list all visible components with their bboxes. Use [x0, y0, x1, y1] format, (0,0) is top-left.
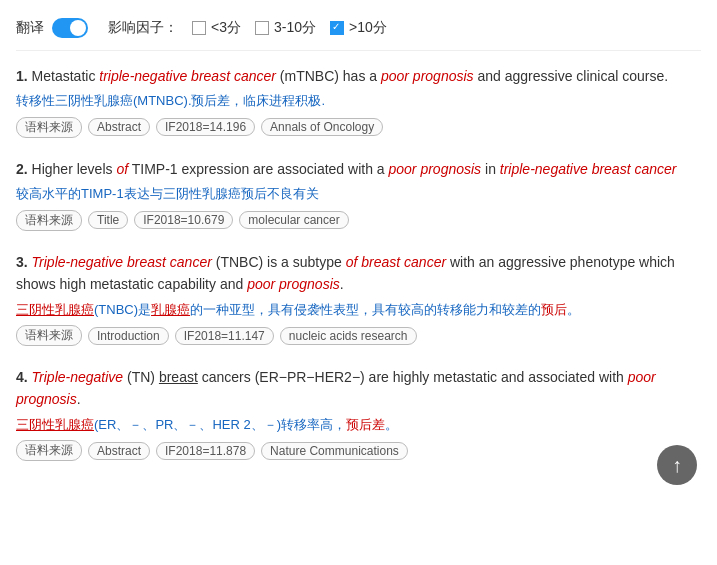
result-translation-1: 转移性三阴性乳腺癌(MTNBC).预后差，临床进程积极. — [16, 91, 701, 111]
result-tags-2: 语料来源 Title IF2018=10.679 molecular cance… — [16, 210, 701, 231]
keyword-1: triple-negative breast cancer — [99, 68, 276, 84]
result-translation-2: 较高水平的TIMP-1表达与三阴性乳腺癌预后不良有关 — [16, 184, 701, 204]
checkbox-gt10[interactable] — [330, 21, 344, 35]
tag-if-2: IF2018=10.679 — [134, 211, 233, 229]
result-number-4: 4. — [16, 369, 28, 385]
scroll-top-button[interactable]: ↑ — [657, 445, 697, 485]
result-tags-1: 语料来源 Abstract IF2018=14.196 Annals of On… — [16, 117, 701, 138]
translate-toggle[interactable] — [52, 18, 88, 38]
tag-source-4: 语料来源 — [16, 440, 82, 461]
keyword-4: poor prognosis — [389, 161, 482, 177]
keyword-3: of — [116, 161, 128, 177]
tag-journal-3: nucleic acids research — [280, 327, 417, 345]
keyword-9: Triple-negative — [32, 369, 124, 385]
tag-journal-2: molecular cancer — [239, 211, 348, 229]
filter-section: 影响因子： <3分 3-10分 >10分 — [108, 19, 387, 37]
tag-abstract-4: Abstract — [88, 442, 150, 460]
tag-source-3: 语料来源 — [16, 325, 82, 346]
result-item-2: 2. Higher levels of TIMP-1 expression ar… — [16, 158, 701, 231]
tag-journal-1: Annals of Oncology — [261, 118, 383, 136]
checkbox-lt3[interactable] — [192, 21, 206, 35]
checkbox-3to10[interactable] — [255, 21, 269, 35]
filter-3to10[interactable]: 3-10分 — [255, 19, 316, 37]
tag-source-2: 语料来源 — [16, 210, 82, 231]
keyword-7: of breast cancer — [346, 254, 446, 270]
filter-lt3[interactable]: <3分 — [192, 19, 241, 37]
tag-journal-4: Nature Communications — [261, 442, 408, 460]
result-item-1: 1. Metastatic triple-negative breast can… — [16, 65, 701, 138]
keyword-6: Triple-negative breast cancer — [32, 254, 212, 270]
zh-text-4: (ER、－、PR、－、HER 2、－)转移率高， — [94, 417, 346, 432]
keyword-10: breast — [159, 369, 198, 385]
filter-gt10[interactable]: >10分 — [330, 19, 387, 37]
tag-if-4: IF2018=11.878 — [156, 442, 255, 460]
top-bar: 翻译 影响因子： <3分 3-10分 >10分 — [16, 10, 701, 51]
zh-keyword-3: 预后 — [541, 302, 567, 317]
result-tags-4: 语料来源 Abstract IF2018=11.878 Nature Commu… — [16, 440, 701, 461]
translate-section: 翻译 — [16, 18, 88, 38]
zh-text-1: (TNBC)是 — [94, 302, 151, 317]
result-number-2: 2. — [16, 161, 28, 177]
zh-text-2: 的一种亚型，具有侵袭性表型，具有较高的转移能力和较差的 — [190, 302, 541, 317]
keyword-5: triple-negative breast cancer — [500, 161, 677, 177]
tag-source-1: 语料来源 — [16, 117, 82, 138]
filter-lt3-label: <3分 — [211, 19, 241, 37]
filter-3to10-label: 3-10分 — [274, 19, 316, 37]
result-translation-4: 三阴性乳腺癌(ER、－、PR、－、HER 2、－)转移率高，预后差。 — [16, 415, 701, 435]
keyword-8: poor prognosis — [247, 276, 340, 292]
tag-if-3: IF2018=11.147 — [175, 327, 274, 345]
tag-if-1: IF2018=14.196 — [156, 118, 255, 136]
translate-label: 翻译 — [16, 19, 44, 37]
result-text-2: 2. Higher levels of TIMP-1 expression ar… — [16, 158, 701, 180]
zh-text-3: 。 — [567, 302, 580, 317]
tag-title-2: Title — [88, 211, 128, 229]
filter-label: 影响因子： — [108, 19, 178, 37]
zh-keyword-1: 三阴性乳腺癌 — [16, 302, 94, 317]
result-text-1: 1. Metastatic triple-negative breast can… — [16, 65, 701, 87]
scroll-top-icon: ↑ — [672, 454, 682, 477]
zh-keyword-2: 乳腺癌 — [151, 302, 190, 317]
result-number-3: 3. — [16, 254, 28, 270]
result-tags-3: 语料来源 Introduction IF2018=11.147 nucleic … — [16, 325, 701, 346]
results-list: 1. Metastatic triple-negative breast can… — [16, 65, 701, 461]
result-number-1: 1. — [16, 68, 28, 84]
keyword-2: poor prognosis — [381, 68, 474, 84]
result-text-3: 3. Triple-negative breast cancer (TNBC) … — [16, 251, 701, 296]
result-item-4: 4. Triple-negative (TN) breast cancers (… — [16, 366, 701, 461]
zh-keyword-5: 预后差 — [346, 417, 385, 432]
tag-abstract-1: Abstract — [88, 118, 150, 136]
zh-text-5: 。 — [385, 417, 398, 432]
result-translation-3: 三阴性乳腺癌(TNBC)是乳腺癌的一种亚型，具有侵袭性表型，具有较高的转移能力和… — [16, 300, 701, 320]
result-text-4: 4. Triple-negative (TN) breast cancers (… — [16, 366, 701, 411]
result-item-3: 3. Triple-negative breast cancer (TNBC) … — [16, 251, 701, 346]
tag-intro-3: Introduction — [88, 327, 169, 345]
zh-keyword-4: 三阴性乳腺癌 — [16, 417, 94, 432]
filter-gt10-label: >10分 — [349, 19, 387, 37]
